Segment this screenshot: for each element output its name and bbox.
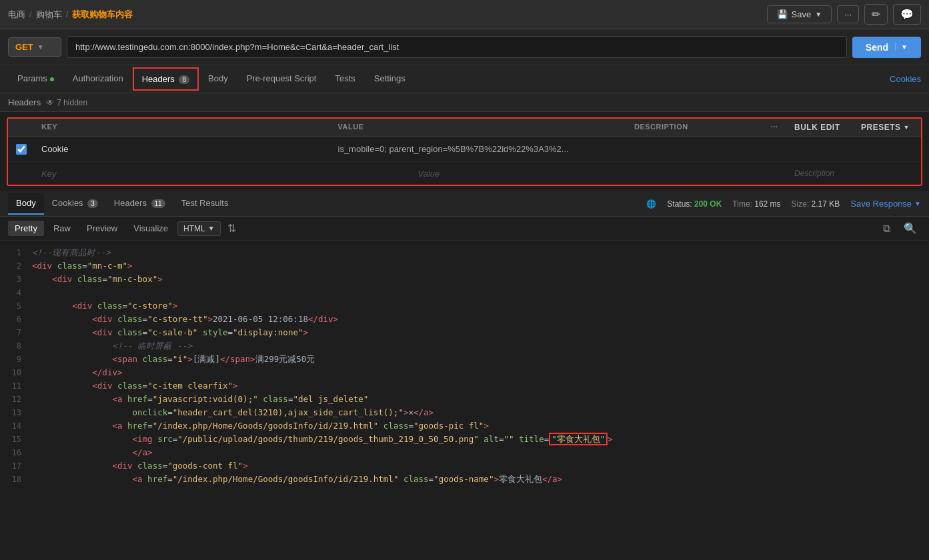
code-line-8: 8 <!-- 临时屏蔽 --> [0,339,929,353]
row-key[interactable]: Cookie [35,144,331,154]
col-check [8,123,35,132]
send-label: Send [866,42,888,53]
code-line-4: 4 [0,286,929,299]
breadcrumb-sep-1: / [29,9,32,19]
code-line-14: 14 <a href="/index.php/Home/Goods/goodsI… [0,419,929,433]
code-line-17: 17 <div class="goods-cont fl"> [0,459,929,473]
hidden-count: 👁 7 hidden [46,98,87,107]
format-sort-button[interactable]: ⇅ [223,221,240,236]
headers-table-header: KEY VALUE DESCRIPTION ··· Bulk Edit Pres… [8,119,921,137]
code-line-12: 12 <a href="javascript:void(0);" class="… [0,393,929,406]
status-label: Status: 200 OK [667,199,722,209]
eye-icon: 👁 [46,98,54,107]
code-line-2: 2 <div class="mn-c-m"> [0,259,929,273]
send-button[interactable]: Send ▼ [852,37,921,58]
edit-button[interactable]: ✏ [864,4,888,25]
save-button[interactable]: 💾 Save ▼ [767,5,832,23]
globe-icon: 🌐 [646,199,656,209]
col-desc: DESCRIPTION [628,123,761,132]
response-status: 🌐 Status: 200 OK Time: 162 ms Size: 2.17… [646,199,921,209]
resp-tab-test-results[interactable]: Test Results [173,193,237,215]
copy-button[interactable]: ⧉ [879,221,894,236]
col-more: ··· [761,123,788,132]
tab-headers[interactable]: Headers 8 [133,67,199,91]
format-actions: ⧉ 🔍 [879,221,921,236]
format-lang-select[interactable]: HTML ▼ [177,221,221,236]
top-bar: 电商 / 购物车 / 获取购物车内容 💾 Save ▼ ··· ✏ 💬 [0,0,929,29]
code-line-6: 6 <div class="c-store-tt">2021-06-05 12:… [0,313,929,326]
breadcrumb-item-2[interactable]: 购物车 [36,9,62,21]
code-area: 1 <!--现有商品时--> 2 <div class="mn-c-m"> 3 … [0,241,929,560]
row-checkbox[interactable] [16,144,27,155]
code-line-5: 5 <div class="c-store"> [0,299,929,313]
headers-sublabel: Headers [8,97,41,107]
headers-subbar: Headers 👁 7 hidden [0,93,929,112]
col-value: VALUE [331,123,628,132]
save-icon: 💾 [777,9,788,19]
request-bar: GET ▼ Send ▼ [0,29,929,65]
row-checkbox-col [8,144,35,155]
save-dropdown-icon: ▼ [815,11,822,18]
tab-pre-request[interactable]: Pre-request Script [237,67,326,91]
code-line-16: 16 </a> [0,446,929,459]
row-value[interactable]: is_mobile=0; parent_region=%5B%7B%22id%2… [331,144,628,154]
size-meta: Size: 2.17 KB [792,199,840,209]
params-dot [50,77,54,81]
empty-key[interactable]: Key [35,169,411,179]
breadcrumb: 电商 / 购物车 / 获取购物车内容 [8,9,762,21]
code-line-15: 15 <img src="/public/upload/goods/thumb/… [0,433,929,446]
fmt-tab-pretty[interactable]: Pretty [8,221,44,236]
breadcrumb-sep-2: / [66,9,69,19]
save-response-button[interactable]: Save Response ▼ [850,199,921,209]
time-meta: Time: 162 ms [732,199,780,209]
code-line-7: 7 <div class="c-sale-b" style="display:n… [0,326,929,339]
tab-params[interactable]: Params [8,67,63,91]
fmt-tab-visualize[interactable]: Visualize [127,221,175,236]
resp-tab-headers[interactable]: Headers 11 [106,193,173,215]
more-button[interactable]: ··· [837,5,859,23]
col-bulk: Bulk Edit [788,123,854,132]
code-line-10: 10 </div> [0,366,929,379]
format-bar: Pretty Raw Preview Visualize HTML ▼ ⇅ ⧉ … [0,217,929,241]
headers-empty-row: Key Value Description [8,162,921,185]
resp-tab-body[interactable]: Body [8,193,44,215]
code-line-11: 11 <div class="c-item clearfix"> [0,379,929,393]
code-line-3: 3 <div class="mn-c-box"> [0,273,929,286]
response-tabs: Body Cookies 3 Headers 11 Test Results 🌐… [0,191,929,217]
search-button[interactable]: 🔍 [900,221,921,236]
tab-settings[interactable]: Settings [365,67,415,91]
breadcrumb-item-1[interactable]: 电商 [8,9,25,21]
comment-button[interactable]: 💬 [893,4,921,25]
code-line-18: 18 <a href="/index.php/Home/Goods/goodsI… [0,473,929,486]
headers-badge: 11 [151,199,165,208]
method-select[interactable]: GET ▼ [8,37,61,57]
breadcrumb-item-3[interactable]: 获取购物车内容 [72,9,133,21]
method-label: GET [15,42,33,52]
fmt-tab-preview[interactable]: Preview [80,221,124,236]
save-label: Save [792,9,812,19]
cookies-link[interactable]: Cookies [890,67,921,91]
col-presets: Presets ▼ [854,123,921,132]
send-dropdown-arrow: ▼ [895,43,908,51]
code-line-9: 9 <span class="i">[满减]</span>满299元减50元 [0,353,929,366]
resp-tab-cookies[interactable]: Cookies 3 [44,193,106,215]
tab-authorization[interactable]: Authorization [63,67,133,91]
status-value: 200 OK [694,199,722,209]
headers-table: KEY VALUE DESCRIPTION ··· Bulk Edit Pres… [7,117,922,186]
code-line-13: 13 onclick="header_cart_del(3210),ajax_s… [0,406,929,419]
tab-body[interactable]: Body [199,67,237,91]
code-line-1: 1 <!--现有商品时--> [0,246,929,259]
cookies-badge: 3 [87,199,98,208]
top-bar-actions: 💾 Save ▼ ··· ✏ 💬 [767,4,921,25]
col-key: KEY [35,123,331,132]
table-row: Cookie is_mobile=0; parent_region=%5B%7B… [8,137,921,162]
empty-value[interactable]: Value [411,169,788,179]
url-input[interactable] [67,36,847,58]
tab-tests[interactable]: Tests [325,67,364,91]
empty-desc[interactable]: Description [788,169,921,178]
request-tabs: Params Authorization Headers 8 Body Pre-… [0,65,929,93]
method-dropdown-icon: ▼ [37,43,44,51]
fmt-tab-raw[interactable]: Raw [47,221,77,236]
